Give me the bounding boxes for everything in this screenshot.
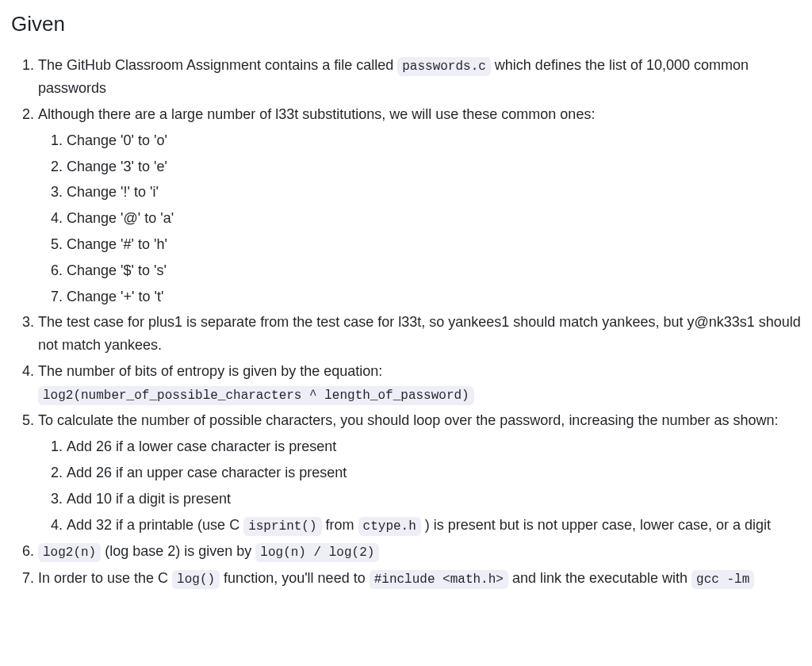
text: In order to use the C — [38, 570, 172, 586]
list-item: To calculate the number of possible char… — [38, 409, 801, 537]
text: and link the executable with — [508, 570, 691, 586]
list-item: The GitHub Classroom Assignment contains… — [38, 54, 801, 100]
section-heading: Given — [11, 8, 801, 41]
list-item: Add 10 if a digit is present — [67, 488, 801, 511]
list-item: Change '+' to 't' — [67, 285, 801, 308]
text: The number of bits of entropy is given b… — [38, 363, 382, 379]
code-inline: #include <math.h> — [370, 570, 508, 589]
list-item: The number of bits of entropy is given b… — [38, 360, 801, 406]
sub-list: Change '0' to 'o' Change '3' to 'e' Chan… — [38, 129, 801, 308]
text: (log base 2) is given by — [101, 543, 255, 559]
sub-list: Add 26 if a lower case character is pres… — [38, 435, 801, 537]
list-item: Although there are a large number of l33… — [38, 103, 801, 308]
list-item: Change '3' to 'e' — [67, 155, 801, 178]
list-item: Change '@' to 'a' — [67, 207, 801, 230]
list-item: Add 32 if a printable (use C isprint() f… — [67, 514, 801, 538]
list-item: In order to use the C log() function, yo… — [38, 567, 801, 591]
given-list: The GitHub Classroom Assignment contains… — [11, 54, 801, 591]
text: from — [322, 517, 358, 533]
list-item: Change '0' to 'o' — [67, 129, 801, 152]
text: function, you'll need to — [220, 570, 370, 586]
code-inline: log(n) / log(2) — [255, 543, 379, 562]
list-item: log2(n) (log base 2) is given by log(n) … — [38, 540, 801, 564]
text: ) is present but is not upper case, lowe… — [421, 517, 771, 533]
code-inline: log2(number_of_possible_characters ^ len… — [38, 386, 474, 405]
list-item: The test case for plus1 is separate from… — [38, 311, 801, 357]
text: Add 32 if a printable (use C — [67, 517, 243, 533]
code-inline: passwords.c — [397, 57, 491, 76]
list-item: Add 26 if an upper case character is pre… — [67, 461, 801, 484]
text: Although there are a large number of l33… — [38, 106, 595, 122]
list-item: Add 26 if a lower case character is pres… — [67, 435, 801, 458]
list-item: Change '#' to 'h' — [67, 233, 801, 256]
code-inline: log() — [172, 570, 220, 589]
code-inline: ctype.h — [358, 517, 421, 536]
text: To calculate the number of possible char… — [38, 412, 779, 428]
text: The GitHub Classroom Assignment contains… — [38, 57, 397, 73]
list-item: Change '!' to 'i' — [67, 181, 801, 204]
code-inline: log2(n) — [38, 543, 101, 562]
code-inline: gcc -lm — [691, 570, 754, 589]
code-inline: isprint() — [243, 517, 321, 536]
list-item: Change '$' to 's' — [67, 259, 801, 282]
